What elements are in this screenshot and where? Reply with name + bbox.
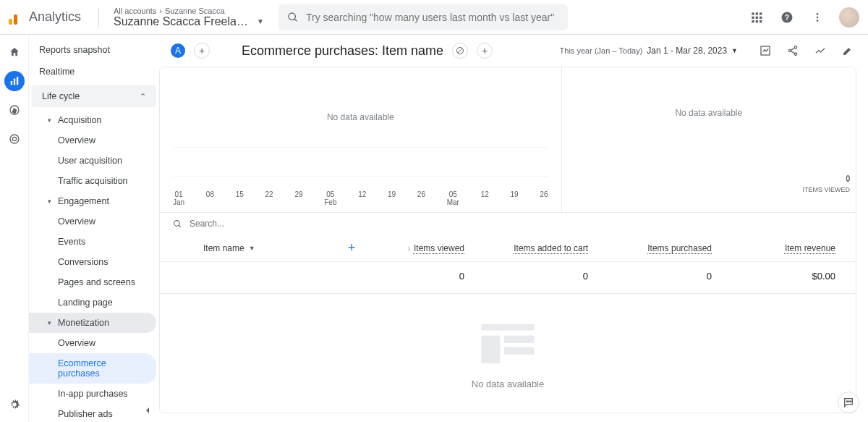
search-input[interactable]: [306, 12, 559, 23]
share-icon[interactable]: [784, 42, 801, 59]
breadcrumb-parent: All accounts: [114, 7, 156, 15]
empty-icon: [475, 318, 540, 368]
svg-point-39: [848, 401, 849, 402]
chart-nodata: No data available: [675, 108, 742, 118]
rail-advertising[interactable]: [4, 129, 25, 149]
column-label: Items added to cart: [514, 243, 588, 253]
col-item-revenue[interactable]: Item revenue: [741, 240, 843, 256]
table-search-input[interactable]: [190, 219, 843, 229]
svg-rect-2: [752, 12, 754, 14]
rail-reports[interactable]: [4, 71, 25, 91]
breadcrumb-child: Suzanne Scacca: [165, 7, 225, 15]
sidebar-section-label: Life cycle: [42, 91, 80, 101]
sidebar-eng-events[interactable]: Events: [29, 232, 159, 252]
svg-rect-37: [504, 347, 535, 355]
chart-nodata: No data available: [327, 112, 394, 122]
filter-clear-icon[interactable]: [452, 43, 468, 59]
svg-rect-10: [760, 20, 762, 22]
chevron-up-icon: ⌃: [140, 92, 146, 101]
report-title: Ecommerce purchases: Item name: [242, 43, 443, 59]
sidebar-mon-ecommerce[interactable]: Ecommerce purchases: [29, 353, 156, 384]
sidebar-item-label: Monetization: [58, 318, 109, 328]
dimension-picker[interactable]: Item name ▼: [160, 240, 348, 256]
svg-rect-7: [760, 16, 762, 18]
caret-down-icon: ▼: [249, 245, 255, 252]
col-items-purchased[interactable]: Items purchased: [617, 240, 741, 256]
help-icon[interactable]: ?: [778, 9, 796, 26]
search-bar[interactable]: [278, 4, 568, 30]
sidebar-acquisition[interactable]: ▾Acquisition: [29, 110, 159, 130]
col-items-viewed[interactable]: ↓Items viewed: [370, 240, 493, 256]
more-vert-icon[interactable]: [809, 9, 826, 26]
sidebar-monetization[interactable]: ▾Monetization: [29, 313, 156, 333]
sidebar-acq-traffic[interactable]: Traffic acquisition: [29, 171, 159, 191]
account-picker[interactable]: All accounts › Suzanne Scacca Suzanne Sc…: [105, 7, 273, 28]
total-item-revenue: $0.00: [741, 271, 843, 282]
sidebar-eng-overview[interactable]: Overview: [29, 211, 159, 232]
search-icon: [287, 12, 299, 23]
chevron-right-icon: ›: [159, 7, 162, 15]
edit-icon[interactable]: [839, 42, 856, 59]
apps-icon[interactable]: [748, 9, 765, 26]
segment-badge[interactable]: A: [171, 43, 185, 58]
add-segment-button[interactable]: +: [194, 43, 210, 59]
collapse-sidebar-icon[interactable]: [142, 405, 153, 416]
rail-admin[interactable]: [4, 394, 25, 415]
svg-rect-3: [756, 12, 758, 14]
breadcrumb: All accounts › Suzanne Scacca: [114, 7, 264, 15]
sidebar-acq-user[interactable]: User acquisition: [29, 151, 159, 171]
search-icon: [173, 219, 182, 229]
sidebar-mon-overview[interactable]: Overview: [29, 333, 159, 353]
rail-explore[interactable]: [4, 100, 25, 120]
svg-point-0: [289, 13, 295, 20]
caret-down-icon: ▼: [731, 47, 738, 54]
svg-point-14: [817, 16, 819, 18]
column-label: Items viewed: [414, 243, 464, 253]
svg-line-25: [458, 48, 462, 53]
axis-label: ITEMS VIEWED: [802, 186, 850, 193]
sidebar-engagement[interactable]: ▾Engagement: [29, 191, 159, 211]
col-items-added[interactable]: Items added to cart: [493, 240, 617, 256]
insights-icon[interactable]: [812, 42, 829, 59]
svg-text:?: ?: [785, 12, 789, 21]
sidebar-item-label: Acquisition: [58, 115, 101, 125]
customize-icon[interactable]: [757, 42, 774, 59]
avatar[interactable]: [839, 7, 859, 28]
svg-point-32: [174, 220, 180, 226]
sidebar-eng-conversions[interactable]: Conversions: [29, 252, 159, 272]
rail-home[interactable]: [4, 42, 25, 62]
sidebar-mon-publisher[interactable]: Publisher ads: [29, 404, 159, 422]
svg-rect-17: [13, 79, 14, 85]
feedback-button[interactable]: [838, 392, 859, 413]
axis-zero: 0: [802, 175, 850, 183]
sort-desc-icon: ↓: [407, 244, 411, 252]
product-name: Analytics: [29, 9, 81, 25]
svg-line-31: [791, 51, 794, 54]
svg-rect-6: [756, 16, 758, 18]
svg-line-1: [294, 19, 297, 21]
sidebar-eng-pages[interactable]: Pages and screens: [29, 272, 159, 292]
add-dimension-button[interactable]: +: [348, 240, 370, 256]
column-label: Item revenue: [785, 243, 835, 253]
sidebar-reports-snapshot[interactable]: Reports snapshot: [29, 39, 159, 61]
sidebar-realtime[interactable]: Realtime: [29, 61, 159, 83]
sidebar-mon-inapp[interactable]: In-app purchases: [29, 384, 159, 404]
sidebar-section-lifecycle[interactable]: Life cycle ⌃: [32, 85, 156, 107]
sidebar-eng-landing[interactable]: Landing page: [29, 292, 159, 313]
svg-rect-36: [504, 335, 535, 343]
add-filter-button[interactable]: +: [477, 43, 493, 59]
dimension-label: Item name: [203, 243, 244, 253]
total-items-viewed: 0: [370, 271, 493, 282]
svg-point-20: [10, 135, 19, 143]
svg-line-33: [179, 225, 181, 227]
svg-rect-9: [756, 20, 758, 22]
caret-down-icon: ▾: [48, 319, 54, 326]
date-range-picker[interactable]: This year (Jan – Today) Jan 1 - Mar 28, …: [560, 46, 738, 56]
caret-down-icon: ▾: [48, 117, 54, 124]
sidebar-acq-overview[interactable]: Overview: [29, 130, 159, 151]
column-label: Items purchased: [647, 243, 712, 253]
divider: [98, 7, 99, 28]
svg-point-15: [817, 20, 819, 22]
date-label: This year (Jan – Today): [560, 46, 643, 55]
svg-rect-35: [481, 335, 500, 363]
